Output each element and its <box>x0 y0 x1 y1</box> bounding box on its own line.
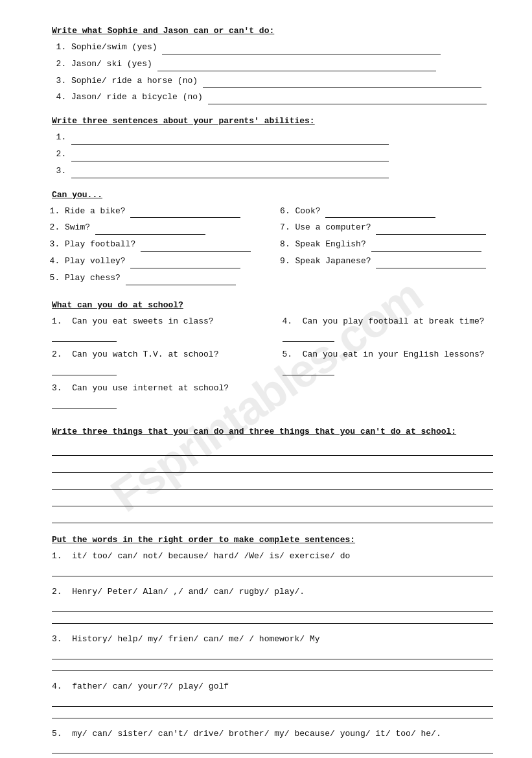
school-grid: 1. Can you eat sweets in class? 2. Can y… <box>52 315 493 416</box>
item-text: Sophie/swim (yes) <box>71 42 157 52</box>
section1-list: Sophie/swim (yes) Jason/ ski (yes) Sophi… <box>52 41 493 104</box>
answer-input[interactable] <box>71 136 389 145</box>
answer-input[interactable] <box>130 209 240 218</box>
item-number: 1. <box>52 316 62 326</box>
answer-input[interactable] <box>52 366 117 375</box>
answer-input[interactable] <box>52 333 117 342</box>
school-right: 4. Can you play football at break time? … <box>283 315 494 416</box>
section4: What can you do at school? 1. Can you ea… <box>52 300 493 416</box>
item-text: Speak Japanese? <box>295 256 371 266</box>
answer-input[interactable] <box>376 226 486 235</box>
answer-input[interactable] <box>95 226 205 235</box>
section6: Put the words in the right order to make… <box>52 535 493 753</box>
questions-grid: Ride a bike? Swim? Play football? Play v… <box>52 205 493 289</box>
answer-input[interactable] <box>371 243 481 252</box>
answer-line[interactable] <box>52 661 493 671</box>
item-number: 2. <box>52 349 62 359</box>
item-content: it/ too/ can/ not/ because/ hard/ /We/ i… <box>72 551 350 561</box>
item-content: Henry/ Peter/ Alan/ ,/ and/ can/ rugby/ … <box>72 587 305 597</box>
item-text: Swim? <box>65 222 90 232</box>
left-list: Ride a bike? Swim? Play football? Play v… <box>52 205 263 285</box>
answer-input[interactable] <box>283 333 334 342</box>
item-number: 1. <box>52 551 62 561</box>
answer-line[interactable] <box>52 602 493 612</box>
blank-lines <box>52 442 493 523</box>
item-content: father/ can/ your/?/ play/ golf <box>72 681 229 691</box>
section5-title: Write three things that you can do and t… <box>52 427 493 436</box>
item-number: 3. <box>52 634 62 644</box>
section5: Write three things that you can do and t… <box>52 427 493 523</box>
answer-input[interactable] <box>126 276 236 285</box>
item-number: 2. <box>52 587 62 597</box>
item-text: Sophie/ ride a horse (no) <box>71 76 198 86</box>
section2-title: Write three sentences about your parents… <box>52 116 493 126</box>
list-item: Use a computer? <box>295 221 494 235</box>
item-text: Use a computer? <box>295 222 371 232</box>
item-text: Jason/ ski (yes) <box>71 59 152 69</box>
answer-input[interactable] <box>283 366 334 375</box>
answer-input[interactable] <box>162 45 441 54</box>
answer-input[interactable] <box>52 399 117 409</box>
item-text: Can you eat sweets in class? <box>72 316 213 326</box>
item-text: Cook? <box>295 206 321 216</box>
list-item: Sophie/swim (yes) <box>71 41 493 54</box>
answer-input[interactable] <box>157 62 436 71</box>
answer-input[interactable] <box>376 259 486 268</box>
item-text: Jason/ ride a bicycle (no) <box>71 92 203 102</box>
section6-items: 1. it/ too/ can/ not/ because/ hard/ /We… <box>52 550 493 753</box>
answer-input[interactable] <box>208 95 487 104</box>
answer-line[interactable] <box>52 743 493 753</box>
answer-line[interactable] <box>52 613 493 624</box>
item-text: Play volley? <box>65 256 126 266</box>
answer-line[interactable] <box>52 458 493 473</box>
item-content: my/ can/ sister/ can't/ drive/ brother/ … <box>72 729 441 739</box>
answer-line[interactable] <box>52 566 493 576</box>
school-item: 1. Can you eat sweets in class? <box>52 315 263 342</box>
item-number: 5. <box>52 729 62 739</box>
list-item: Play chess? <box>65 272 263 285</box>
answer-line[interactable] <box>52 649 493 659</box>
item-text: Play chess? <box>65 273 121 283</box>
answer-line[interactable] <box>52 492 493 506</box>
sentence-block: 5. my/ can/ sister/ can't/ drive/ brothe… <box>52 728 493 754</box>
item-text: Ride a bike? <box>65 206 126 216</box>
section3-title: Can you... <box>52 190 493 200</box>
school-item: 2. Can you watch T.V. at school? <box>52 348 263 375</box>
answer-input[interactable] <box>71 169 389 178</box>
answer-line[interactable] <box>52 509 493 523</box>
answer-input[interactable] <box>325 209 435 218</box>
item-text: Can you eat in your English lessons? <box>303 349 485 359</box>
list-item: Jason/ ride a bicycle (no) <box>71 91 493 104</box>
section3: Can you... Ride a bike? Swim? Play footb… <box>52 190 493 289</box>
answer-line[interactable] <box>52 708 493 718</box>
list-item: Ride a bike? <box>65 205 263 219</box>
sentence-block: 1. it/ too/ can/ not/ because/ hard/ /We… <box>52 550 493 576</box>
item-text: Play football? <box>65 239 135 249</box>
right-column: Cook? Use a computer? Speak English? Spe… <box>283 205 494 289</box>
answer-line[interactable] <box>52 696 493 707</box>
school-item: 3. Can you use internet at school? <box>52 382 263 409</box>
sentence-block: 3. History/ help/ my/ frien/ can/ me/ / … <box>52 633 493 671</box>
item-text: Can you play football at break time? <box>303 316 485 326</box>
answer-input[interactable] <box>141 243 251 252</box>
list-item <box>71 165 493 178</box>
item-number: 3. <box>52 383 62 393</box>
list-item <box>71 131 493 145</box>
answer-input[interactable] <box>130 259 240 268</box>
left-column: Ride a bike? Swim? Play football? Play v… <box>52 205 263 289</box>
answer-line[interactable] <box>52 475 493 490</box>
sentence-block: 2. Henry/ Peter/ Alan/ ,/ and/ can/ rugb… <box>52 586 493 624</box>
answer-input[interactable] <box>71 152 389 161</box>
right-list: Cook? Use a computer? Speak English? Spe… <box>283 205 494 268</box>
sentence-block: 4. father/ can/ your/?/ play/ golf <box>52 680 493 718</box>
list-item: Play volley? <box>65 255 263 268</box>
school-left: 1. Can you eat sweets in class? 2. Can y… <box>52 315 263 416</box>
list-item: Play football? <box>65 238 263 252</box>
section2: Write three sentences about your parents… <box>52 116 493 178</box>
list-item <box>71 148 493 161</box>
answer-input[interactable] <box>203 78 481 88</box>
list-item: Speak English? <box>295 238 494 252</box>
section4-title: What can you do at school? <box>52 300 493 310</box>
item-number: 4. <box>52 681 62 691</box>
answer-line[interactable] <box>52 442 493 456</box>
